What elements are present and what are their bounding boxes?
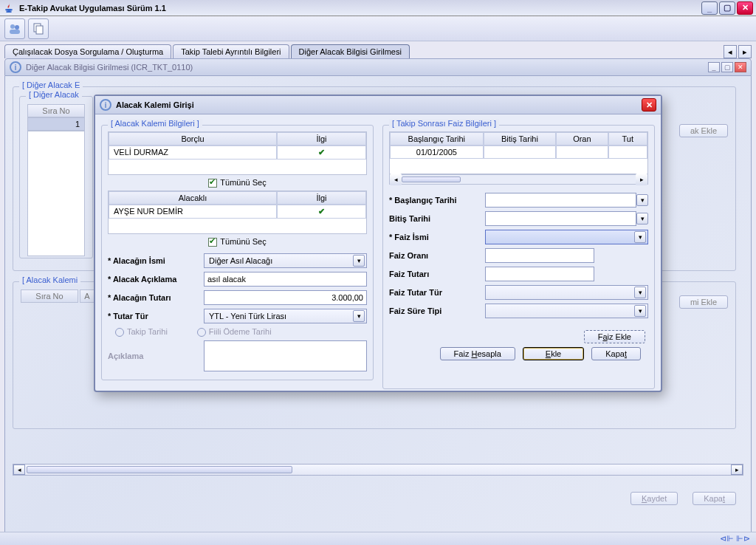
copy-tool-button[interactable] bbox=[28, 18, 49, 39]
scroll-left-icon[interactable]: ◂ bbox=[390, 174, 402, 185]
copy-icon bbox=[32, 22, 45, 35]
maximize-button[interactable]: ▢ bbox=[719, 1, 735, 15]
alacagin-tutari-input[interactable] bbox=[204, 290, 367, 305]
bg-ak-ekle-button[interactable]: ak Ekle bbox=[679, 124, 728, 137]
faiz-hesapla-button[interactable]: Faiz Hesapla bbox=[440, 347, 515, 360]
chevron-down-icon: ▾ bbox=[353, 255, 365, 267]
alacakli-table: Alacaklı İlgi AYŞE NUR DEMİR ✔ bbox=[108, 191, 367, 234]
bg-ak-ekle-wrap: ak Ekle bbox=[679, 124, 728, 137]
dialog-title: Alacak Kalemi Girişi bbox=[116, 100, 642, 109]
lbl-alacagin-ismi: * Alacağın İsmi bbox=[108, 256, 204, 265]
mdi-maximize[interactable]: ▢ bbox=[721, 62, 733, 72]
faiz-tutari-input[interactable] bbox=[485, 267, 594, 281]
dialog-left-column: [ Alacak Kalemi Bilgileri ] Borçlu İlgi … bbox=[101, 120, 374, 385]
faiz-row-tut bbox=[608, 145, 647, 159]
scroll-thumb[interactable] bbox=[27, 466, 292, 473]
svg-rect-4 bbox=[36, 26, 43, 34]
users-icon bbox=[8, 22, 21, 35]
faiz-sure-tipi-combo[interactable]: ▾ bbox=[485, 304, 648, 318]
bg-inner-panel: [ Diğer Alacak Sıra No 1 bbox=[19, 96, 93, 258]
faiz-orani-input[interactable] bbox=[485, 248, 594, 263]
alacagin-ismi-combo[interactable]: Diğer Asıl Alacağı▾ bbox=[204, 253, 367, 268]
alacak-kalemi-dialog: i Alacak Kalemi Girişi ✕ [ Alacak Kalemi… bbox=[94, 95, 662, 392]
users-tool-button[interactable] bbox=[4, 18, 25, 39]
faiz-ismi-combo[interactable]: ▾ bbox=[485, 230, 648, 244]
bitis-input[interactable] bbox=[485, 211, 636, 226]
faiz-row-bitis bbox=[484, 145, 557, 159]
chevron-down-icon: ▾ bbox=[353, 310, 365, 322]
window-title: E-Takip Avukat Uygulaması Sürüm 1.1 bbox=[19, 4, 701, 13]
date-picker-icon[interactable]: ▾ bbox=[636, 194, 648, 206]
svg-point-0 bbox=[10, 24, 15, 29]
minimize-button[interactable]: _ bbox=[701, 1, 718, 15]
chevron-down-icon: ▾ bbox=[634, 305, 646, 317]
footer-buttons: Kaydet Kapat bbox=[630, 492, 736, 505]
bg-inner-legend: [ Diğer Alacak bbox=[26, 90, 82, 99]
tab-nav-prev[interactable]: ◂ bbox=[724, 45, 737, 58]
hdr-oran: Oran bbox=[556, 132, 608, 145]
scroll-right-icon[interactable]: ▸ bbox=[636, 174, 647, 185]
baslangic-input[interactable] bbox=[485, 193, 636, 208]
lbl-bitis: Bitiş Tarihi bbox=[389, 214, 485, 223]
aciklama-textarea[interactable] bbox=[204, 340, 367, 371]
lbl-faiz-tutar-tur: Faiz Tutar Tür bbox=[389, 288, 485, 297]
bg-row-sira: 1 bbox=[27, 117, 85, 131]
window-titlebar: E-Takip Avukat Uygulaması Sürüm 1.1 _ ▢ … bbox=[0, 0, 756, 16]
scroll-left-icon[interactable]: ◂ bbox=[13, 465, 25, 475]
lbl-alacagin-tutari: * Alacağın Tutarı bbox=[108, 293, 204, 302]
tab-takip-talebi[interactable]: Takip Talebi Ayrıntılı Bilgileri bbox=[173, 44, 289, 58]
svg-point-1 bbox=[15, 25, 19, 30]
radio-fiili-odeme[interactable]: Fiili Ödeme Tarihi bbox=[197, 327, 272, 337]
mdi-close[interactable]: ✕ bbox=[735, 62, 746, 72]
mdi-header: i Diğer Alacak Bilgisi Girilmesi (ICR_TK… bbox=[4, 58, 752, 76]
alacakli-name-cell: AYŞE NUR DEMİR bbox=[109, 205, 277, 219]
date-picker-icon[interactable]: ▾ bbox=[636, 213, 648, 224]
bg-mi-ekle-button[interactable]: mi Ekle bbox=[679, 295, 728, 309]
tab-nav-next[interactable]: ▸ bbox=[738, 45, 752, 58]
alacakli-header: Alacaklı bbox=[109, 191, 277, 205]
faiz-ekle-button[interactable]: Faiz Ekle bbox=[584, 330, 645, 343]
tumunu-sec-2[interactable]: Tümünü Seç bbox=[108, 234, 367, 250]
kapat-button[interactable]: Kapat bbox=[591, 347, 641, 360]
lbl-faiz-ismi: * Faiz İsmi bbox=[389, 233, 485, 241]
tab-dosya-sorgulama[interactable]: Çalışılacak Dosya Sorgulama / Oluşturma bbox=[4, 44, 171, 58]
ekle-button[interactable]: Ekle bbox=[523, 347, 584, 360]
hdr-baslangic: Başlangıç Tarihi bbox=[390, 132, 484, 145]
alacak-aciklama-input[interactable] bbox=[204, 272, 367, 287]
tab-diger-alacak[interactable]: Diğer Alacak Bilgisi Girilmesi bbox=[291, 44, 410, 58]
scroll-thumb[interactable] bbox=[402, 176, 461, 182]
borclu-header: Borçlu bbox=[109, 132, 277, 145]
mdi-title: Diğer Alacak Bilgisi Girilmesi (ICR_TKT_… bbox=[26, 63, 193, 72]
faiz-tutar-tur-combo[interactable]: ▾ bbox=[485, 285, 648, 300]
faiz-table: Başlangıç Tarihi Bitiş Tarihi Oran Tut 0… bbox=[389, 131, 648, 174]
checkbox-icon bbox=[208, 238, 217, 247]
toolbar bbox=[0, 16, 756, 41]
lbl-baslangic: * Başlangıç Tarihi bbox=[389, 196, 485, 205]
status-bar: ⊲⊩ ⊩⊳ bbox=[0, 532, 756, 545]
bg-legend-1: [ Diğer Alacak E bbox=[19, 80, 83, 89]
tutar-tur-combo[interactable]: YTL - Yeni Türk Lirası▾ bbox=[204, 309, 367, 323]
lbl-faiz-orani: Faiz Oranı bbox=[389, 251, 485, 260]
right-legend: [ Takip Sonrası Faiz Bilgileri ] bbox=[389, 119, 499, 128]
hdr-bitis: Bitiş Tarihi bbox=[484, 132, 557, 145]
scroll-right-icon[interactable]: ▸ bbox=[731, 465, 743, 475]
mdi-minimize[interactable]: _ bbox=[708, 62, 720, 72]
main-tabs: Çalışılacak Dosya Sorgulama / Oluşturma … bbox=[0, 41, 756, 58]
alacakli-ilgi-check[interactable]: ✔ bbox=[277, 205, 366, 219]
hdr-tut: Tut bbox=[608, 132, 647, 145]
tumunu-sec-1[interactable]: Tümünü Seç bbox=[108, 175, 367, 191]
faiz-row-date: 01/01/2005 bbox=[390, 145, 484, 159]
footer-kapat-button[interactable]: Kapat bbox=[693, 492, 736, 505]
dialog-close-button[interactable]: ✕ bbox=[642, 98, 656, 112]
close-button[interactable]: ✕ bbox=[737, 1, 753, 15]
faiz-table-scrollbar[interactable]: ◂ ▸ bbox=[389, 174, 648, 185]
borclu-ilgi-check[interactable]: ✔ bbox=[277, 145, 366, 160]
alacak-kalemi-bilgileri-fieldset: [ Alacak Kalemi Bilgileri ] Borçlu İlgi … bbox=[101, 125, 374, 380]
ilgi-header-2: İlgi bbox=[277, 191, 366, 205]
footer-kaydet-button[interactable]: Kaydet bbox=[630, 492, 678, 505]
lbl-alacak-aciklama: * Alacak Açıklama bbox=[108, 275, 204, 284]
java-icon bbox=[3, 2, 15, 14]
bg-horizontal-scrollbar[interactable]: ◂ ▸ bbox=[13, 464, 743, 476]
faiz-row-oran bbox=[556, 145, 608, 159]
radio-takip-tarihi[interactable]: Takip Tarihi bbox=[115, 327, 168, 337]
